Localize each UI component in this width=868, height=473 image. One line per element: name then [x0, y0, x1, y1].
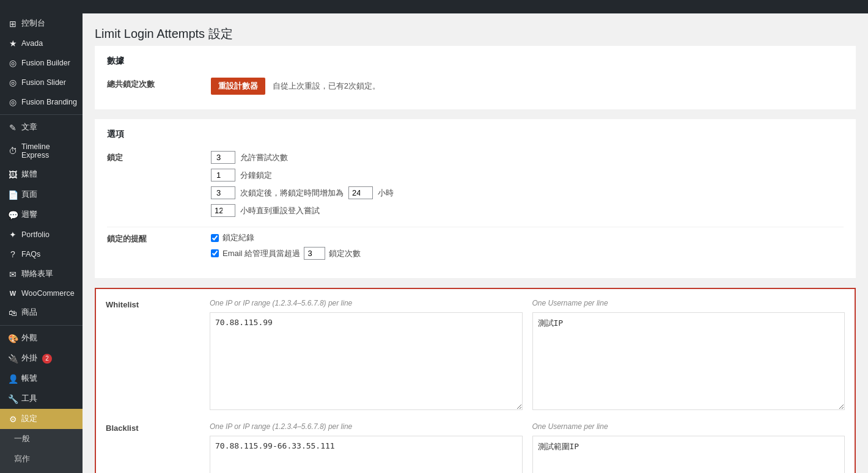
fusion-builder-icon: ◎ — [8, 58, 18, 68]
lockout-reset-hours-input[interactable] — [211, 204, 235, 217]
settings-icon: ⚙ — [8, 414, 18, 424]
sidebar-item-label: 設定 — [21, 414, 37, 424]
sidebar-item-users[interactable]: 👤 帳號 — [0, 369, 83, 389]
checkbox-row-1: 鎖定紀錄 — [211, 232, 844, 243]
sidebar-item-posts[interactable]: ✎ 文章 — [0, 117, 83, 138]
settings-submenu: 一般 寫作 閱讀 討論 媒體 固定網址 Limit Login Attempts… — [0, 429, 83, 473]
blacklist-textarea-grid: One IP or IP range (1.2.3.4–5.6.7.8) per… — [210, 422, 845, 473]
checkbox-label-2b: 鎖定次數 — [329, 248, 361, 259]
sidebar-item-products[interactable]: 🛍 商品 — [0, 302, 83, 323]
timeline-icon: ⏱ — [8, 146, 18, 156]
sidebar-item-label: Avada — [21, 39, 43, 48]
media-icon: 🖼 — [8, 170, 18, 180]
notify-options: 鎖定紀錄 Email 給管理員當超過 鎖定次數 — [211, 232, 844, 263]
option-text-2: 分鐘鎖定 — [240, 170, 272, 181]
sidebar-item-pages[interactable]: 📄 頁面 — [0, 185, 83, 205]
options-section: 選項 鎖定 允許嘗試次數 分鐘鎖定 次鎖定後，將鎖定時間增加為 — [95, 119, 856, 278]
sidebar-item-appearance[interactable]: 🎨 外觀 — [0, 328, 83, 348]
sidebar-item-timeline[interactable]: ⏱ TimelineExpress — [0, 138, 83, 164]
sidebar-item-label: Fusion Branding — [21, 98, 77, 106]
sidebar-item-label: 文章 — [21, 122, 37, 133]
faqs-icon: ? — [8, 249, 18, 259]
sidebar-item-label: Fusion Slider — [21, 78, 66, 87]
sidebar-item-media[interactable]: 🖼 媒體 — [0, 164, 83, 185]
sidebar-item-writing[interactable]: 寫作 — [0, 449, 83, 469]
data-section-title: 數據 — [107, 56, 844, 67]
option-text-1: 允許嘗試次數 — [240, 152, 288, 163]
appearance-icon: 🎨 — [8, 334, 18, 343]
sidebar-item-label: 商品 — [21, 307, 37, 318]
allowed-attempts-input[interactable] — [211, 151, 235, 164]
sidebar-item-fusion-branding[interactable]: ◎ Fusion Branding — [0, 92, 83, 112]
sidebar-item-label: 迴響 — [21, 210, 37, 220]
sidebar-item-general[interactable]: 一般 — [0, 429, 83, 449]
checkbox-label-2: Email 給管理員當超過 — [223, 248, 300, 259]
email-threshold-input[interactable] — [304, 247, 325, 260]
whitelist-ip-placeholder-label: One IP or IP range (1.2.3.4–5.6.7.8) per… — [210, 299, 523, 307]
sidebar-item-faqs[interactable]: ? FAQs — [0, 244, 83, 264]
sidebar-item-contact[interactable]: ✉ 聯絡表單 — [0, 264, 83, 284]
sidebar-item-label: 外觀 — [21, 333, 37, 343]
whitelist-textarea-grid: One IP or IP range (1.2.3.4–5.6.7.8) per… — [210, 299, 845, 410]
sidebar-item-fusion-builder[interactable]: ◎ Fusion Builder — [0, 53, 83, 73]
reset-counter-button[interactable]: 重設計數器 — [211, 78, 265, 95]
sidebar-item-woocommerce[interactable]: W WooCommerce — [0, 284, 83, 302]
option-text-4: 小時直到重設登入嘗試 — [240, 205, 320, 216]
sidebar-item-portfolio[interactable]: ✦ Portfolio — [0, 225, 83, 244]
data-section: 數據 總共鎖定次數 重設計數器 自從上次重設，已有2次鎖定。 — [95, 46, 856, 109]
whitelist-user-textarea[interactable]: 測試IP — [532, 312, 845, 410]
option-row-4: 小時直到重設登入嘗試 — [211, 204, 844, 217]
sidebar-item-label: 頁面 — [21, 189, 37, 200]
sidebar-item-tools[interactable]: 🔧 工具 — [0, 389, 83, 409]
pages-icon: 📄 — [8, 190, 18, 200]
admin-bar — [0, 0, 868, 13]
lockout-increase-hours-input[interactable] — [348, 186, 373, 199]
lockout-minutes-input[interactable] — [211, 169, 235, 182]
sidebar-divider — [0, 114, 83, 115]
sidebar-item-comments[interactable]: 💬 迴響 — [0, 205, 83, 225]
whitelist-ip-textarea[interactable]: 70.88.115.99 — [210, 312, 523, 410]
total-lockout-label: 總共鎖定次數 — [107, 78, 211, 90]
sidebar-item-label: FAQs — [21, 250, 40, 258]
lockout-increase-input[interactable] — [211, 186, 235, 199]
fusion-slider-icon: ◎ — [8, 78, 18, 87]
sidebar-item-label: 媒體 — [21, 169, 37, 180]
email-admin-checkbox[interactable] — [211, 249, 219, 257]
sidebar-item-label: WooCommerce — [21, 289, 75, 298]
sidebar-item-settings[interactable]: ⚙ 設定 — [0, 409, 83, 429]
blacklist-ip-textarea[interactable]: 70.88.115.99-66.33.55.111 — [210, 436, 523, 473]
checkbox-label-1: 鎖定紀錄 — [223, 232, 254, 243]
option-text-3b: 小時 — [378, 188, 394, 199]
blacklist-user-group: One Username per line 測試範圍IP — [532, 422, 845, 473]
sidebar-item-label: TimelineExpress — [21, 142, 50, 160]
log-lockout-checkbox[interactable] — [211, 234, 219, 242]
blacklist-user-placeholder-label: One Username per line — [532, 422, 845, 431]
page-title: Limit Login Attempts 設定 — [95, 26, 856, 42]
whitelist-user-placeholder-label: One Username per line — [532, 299, 845, 307]
sidebar-item-dashboard[interactable]: ⊞ 控制台 — [0, 13, 83, 34]
blacklist-ip-group: One IP or IP range (1.2.3.4–5.6.7.8) per… — [210, 422, 523, 473]
option-text-3: 次鎖定後，將鎖定時間增加為 — [240, 188, 344, 199]
whitelist-ip-group: One IP or IP range (1.2.3.4–5.6.7.8) per… — [210, 299, 523, 410]
whitelist-label: Whitelist — [106, 299, 210, 309]
lockout-label: 鎖定 — [107, 151, 211, 163]
woocommerce-icon: W — [8, 290, 18, 297]
sidebar: ⊞ 控制台 ★ Avada ◎ Fusion Builder ◎ Fusion … — [0, 13, 83, 473]
sidebar-item-label: 聯絡表單 — [21, 269, 53, 279]
sidebar-item-label: 外掛 — [21, 353, 37, 364]
sidebar-item-reading[interactable]: 閱讀 — [0, 469, 83, 473]
products-icon: 🛍 — [8, 308, 18, 318]
option-row-1: 允許嘗試次數 — [211, 151, 844, 164]
sidebar-item-avada[interactable]: ★ Avada — [0, 34, 83, 53]
sidebar-item-label: 工具 — [21, 394, 37, 404]
notify-row: 鎖定的提醒 鎖定紀錄 Email 給管理員當超過 鎖定次數 — [107, 227, 844, 268]
submenu-label: 一般 — [14, 434, 30, 444]
sidebar-item-plugins[interactable]: 🔌 外掛 2 — [0, 348, 83, 369]
sidebar-divider-2 — [0, 325, 83, 326]
sidebar-item-label: 帳號 — [21, 373, 37, 384]
total-lockout-value: 重設計數器 自從上次重設，已有2次鎖定。 — [211, 78, 844, 95]
lockout-options-row: 鎖定 允許嘗試次數 分鐘鎖定 次鎖定後，將鎖定時間增加為 小時 — [107, 146, 844, 227]
sidebar-item-fusion-slider[interactable]: ◎ Fusion Slider — [0, 73, 83, 92]
contact-icon: ✉ — [8, 270, 18, 279]
blacklist-user-textarea[interactable]: 測試範圍IP — [532, 436, 845, 473]
